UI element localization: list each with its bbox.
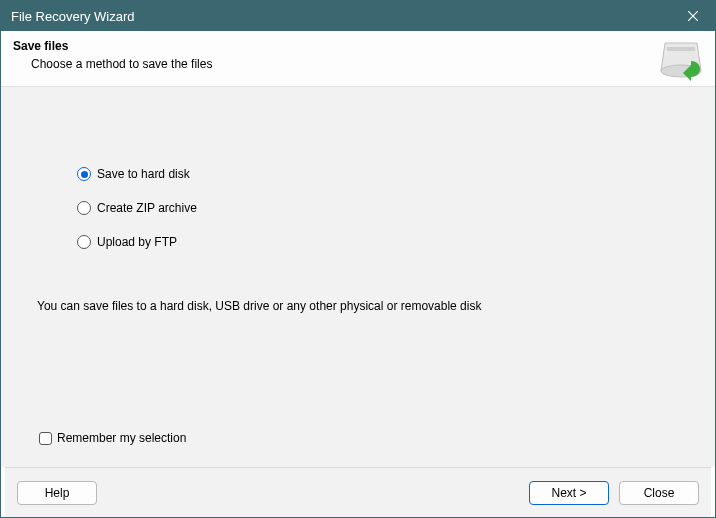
wizard-header: Save files Choose a method to save the f… xyxy=(1,31,715,87)
radio-icon xyxy=(77,201,91,215)
close-button[interactable]: Close xyxy=(619,481,699,505)
option-description: You can save files to a hard disk, USB d… xyxy=(13,269,703,313)
radio-icon xyxy=(77,235,91,249)
radio-icon xyxy=(77,167,91,181)
window-close-button[interactable] xyxy=(671,1,715,31)
save-options: Save to hard disk Create ZIP archive Upl… xyxy=(13,87,703,249)
option-create-zip[interactable]: Create ZIP archive xyxy=(77,201,703,215)
help-button[interactable]: Help xyxy=(17,481,97,505)
svg-rect-3 xyxy=(667,47,695,51)
page-subtitle: Choose a method to save the files xyxy=(31,57,703,71)
button-label: Next > xyxy=(551,486,586,500)
option-label: Create ZIP archive xyxy=(97,201,197,215)
option-upload-ftp[interactable]: Upload by FTP xyxy=(77,235,703,249)
save-disk-icon xyxy=(657,37,705,81)
titlebar: File Recovery Wizard xyxy=(1,1,715,31)
option-label: Upload by FTP xyxy=(97,235,177,249)
option-label: Save to hard disk xyxy=(97,167,190,181)
remember-selection-checkbox[interactable]: Remember my selection xyxy=(39,431,186,445)
close-icon xyxy=(688,11,698,21)
wizard-body: Save to hard disk Create ZIP archive Upl… xyxy=(1,87,715,467)
remember-label: Remember my selection xyxy=(57,431,186,445)
wizard-footer: Help Next > Close xyxy=(5,467,711,517)
page-title: Save files xyxy=(13,39,703,53)
next-button[interactable]: Next > xyxy=(529,481,609,505)
window-title: File Recovery Wizard xyxy=(11,9,671,24)
option-save-hard-disk[interactable]: Save to hard disk xyxy=(77,167,703,181)
button-label: Close xyxy=(644,486,675,500)
button-label: Help xyxy=(45,486,70,500)
checkbox-icon xyxy=(39,432,52,445)
